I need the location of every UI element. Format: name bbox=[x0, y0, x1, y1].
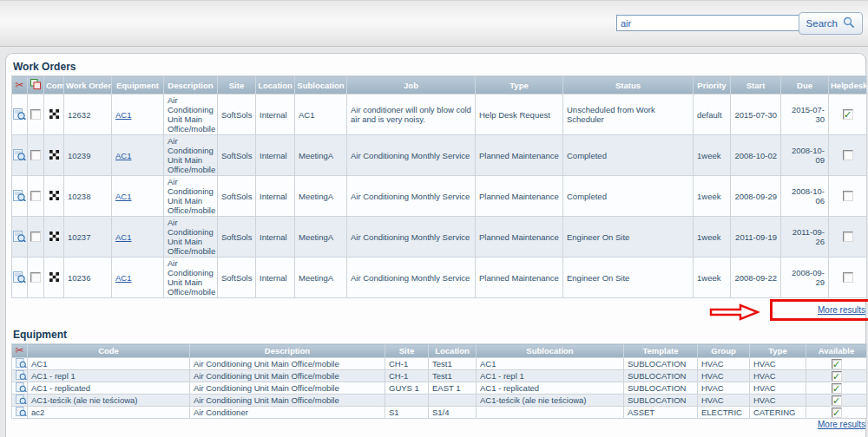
cell-status: Unscheduled from Work Scheduler bbox=[563, 95, 694, 135]
cell-start: 2008-09-22 bbox=[731, 258, 781, 298]
column-header: Sublocation bbox=[477, 344, 624, 358]
cell-available bbox=[806, 382, 867, 395]
complete-flag-icon[interactable] bbox=[49, 192, 59, 202]
equipment-link[interactable]: AC1 bbox=[115, 151, 131, 160]
annotation-box: More results bbox=[770, 299, 868, 321]
table-row: 10238 AC1 Air Conditioning Unit Main Off… bbox=[12, 176, 867, 217]
cell-description: Air Conditioning Unit Main Office/mobile bbox=[164, 135, 218, 176]
more-results-link-work-orders[interactable]: More results bbox=[818, 305, 865, 315]
column-header: Status bbox=[563, 76, 694, 95]
table-row: 10236 AC1 Air Conditioning Unit Main Off… bbox=[12, 258, 867, 298]
top-search-bar: Search bbox=[0, 0, 868, 47]
cell-site: SoftSols bbox=[218, 217, 256, 258]
row-select-checkbox[interactable] bbox=[30, 272, 41, 283]
cell-comp bbox=[44, 258, 64, 298]
cell-helpdesk bbox=[829, 217, 867, 258]
complete-flag-icon[interactable] bbox=[49, 274, 59, 284]
view-icon[interactable] bbox=[13, 193, 26, 203]
column-header: Helpdesk bbox=[829, 76, 867, 95]
cell-view bbox=[12, 358, 28, 370]
helpdesk-checkbox bbox=[843, 272, 853, 283]
row-select-checkbox[interactable] bbox=[30, 191, 41, 201]
column-header-tools: ✂ bbox=[12, 76, 28, 95]
view-icon[interactable] bbox=[16, 396, 27, 406]
cell-type: HVAC bbox=[750, 358, 806, 370]
available-checkbox bbox=[832, 395, 842, 406]
cell-select bbox=[28, 176, 44, 217]
cell-sublocation: MeetingA bbox=[295, 176, 347, 217]
complete-flag-icon[interactable] bbox=[49, 111, 59, 121]
layers-icon[interactable] bbox=[30, 82, 41, 91]
view-icon[interactable] bbox=[16, 408, 27, 418]
cell-code: AC1 bbox=[28, 358, 190, 370]
column-header: Work Order bbox=[64, 76, 112, 95]
table-row: AC1 Air Conditioning Unit Main Office/mo… bbox=[12, 358, 867, 370]
equipment-link[interactable]: AC1 bbox=[115, 273, 131, 283]
column-header: Job bbox=[347, 76, 476, 95]
available-checkbox bbox=[832, 359, 842, 369]
cell-view bbox=[12, 176, 28, 217]
cell-equipment: AC1 bbox=[112, 95, 164, 135]
column-header: Description bbox=[164, 76, 218, 95]
scissors-icon[interactable]: ✂ bbox=[15, 81, 23, 90]
equipment-link[interactable]: AC1 bbox=[115, 192, 131, 201]
view-icon[interactable] bbox=[13, 275, 26, 284]
search-button[interactable]: Search bbox=[799, 12, 863, 35]
cell-priority: 1week bbox=[694, 135, 731, 176]
view-icon[interactable] bbox=[13, 234, 26, 244]
cell-location: Test1 bbox=[429, 358, 477, 370]
cell-code: AC1-teścik (ale nie teściowa) bbox=[28, 395, 190, 407]
cell-available bbox=[806, 407, 867, 419]
cell-site: SoftSols bbox=[218, 176, 256, 217]
cell-due: 2015-07-30 bbox=[781, 95, 829, 135]
cell-due: 2008-10-06 bbox=[781, 176, 829, 217]
cell-helpdesk bbox=[829, 258, 867, 298]
cell-site: SoftSols bbox=[218, 135, 256, 176]
complete-flag-icon[interactable] bbox=[49, 233, 59, 243]
cell-site: S1 bbox=[385, 407, 429, 419]
cell-select bbox=[28, 258, 44, 298]
cell-group: HVAC bbox=[698, 358, 750, 370]
cell-work-order: 10236 bbox=[64, 258, 112, 298]
section-title-work-orders: Work Orders bbox=[13, 61, 863, 73]
cell-due: 2008-09-29 bbox=[781, 258, 829, 298]
cell-location: Internal bbox=[256, 258, 295, 298]
cell-template: SUBLOCATION bbox=[624, 395, 698, 407]
more-results-link-equipment[interactable]: More results bbox=[818, 420, 865, 429]
cell-view bbox=[12, 217, 28, 258]
view-icon[interactable] bbox=[13, 112, 26, 121]
row-select-checkbox[interactable] bbox=[30, 109, 41, 120]
equipment-link[interactable]: AC1 bbox=[115, 232, 131, 242]
complete-flag-icon[interactable] bbox=[49, 152, 59, 161]
column-header-tools: ✂ bbox=[12, 344, 28, 358]
equipment-link[interactable]: AC1 bbox=[115, 110, 131, 120]
column-header: Site bbox=[218, 76, 256, 95]
view-icon[interactable] bbox=[16, 384, 27, 394]
view-icon[interactable] bbox=[16, 372, 27, 382]
cell-sublocation bbox=[477, 407, 624, 419]
cell-start: 2008-09-29 bbox=[731, 176, 781, 217]
cell-priority: 1week bbox=[694, 176, 731, 217]
available-checkbox bbox=[832, 371, 842, 382]
view-icon[interactable] bbox=[16, 360, 27, 369]
cell-available bbox=[806, 395, 867, 407]
cell-helpdesk bbox=[829, 176, 867, 217]
table-row: 10237 AC1 Air Conditioning Unit Main Off… bbox=[12, 217, 867, 258]
table-row: AC1 - replicated Air Conditioning Unit M… bbox=[12, 382, 867, 395]
cell-sublocation: MeetingA bbox=[295, 135, 347, 176]
scissors-icon[interactable]: ✂ bbox=[15, 346, 23, 355]
cell-type: Planned Maintenance bbox=[476, 135, 563, 176]
available-checkbox bbox=[832, 408, 842, 418]
view-icon[interactable] bbox=[13, 153, 26, 162]
row-select-checkbox[interactable] bbox=[30, 232, 41, 242]
row-select-checkbox[interactable] bbox=[30, 150, 41, 160]
cell-work-order: 10238 bbox=[64, 176, 112, 217]
cell-location: Internal bbox=[256, 135, 295, 176]
cell-helpdesk bbox=[829, 135, 867, 176]
column-header: Sublocation bbox=[295, 76, 347, 95]
cell-site: SoftSols bbox=[218, 95, 256, 135]
cell-job: Air Conditioning Monthly Service bbox=[347, 176, 476, 217]
search-button-label: Search bbox=[806, 18, 838, 29]
cell-type: Help Desk Request bbox=[476, 95, 563, 135]
search-input[interactable] bbox=[616, 15, 814, 31]
